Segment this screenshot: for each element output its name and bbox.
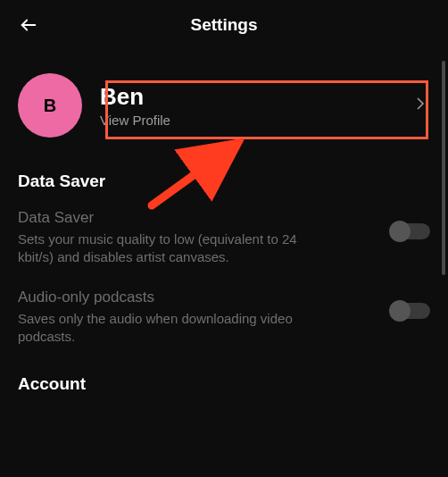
- profile-name: Ben: [100, 83, 430, 111]
- setting-title: Data Saver: [18, 209, 377, 227]
- profile-row[interactable]: B Ben View Profile: [0, 46, 448, 155]
- page-title: Settings: [191, 15, 258, 35]
- back-icon[interactable]: [18, 14, 39, 36]
- toggle-audio-only-podcasts[interactable]: [391, 303, 430, 319]
- section-heading-data-saver: Data Saver: [0, 155, 448, 200]
- toggle-data-saver[interactable]: [391, 223, 430, 239]
- scrollbar[interactable]: [442, 61, 445, 275]
- chevron-right-icon: [416, 97, 425, 113]
- setting-data-saver[interactable]: Data Saver Sets your music quality to lo…: [0, 200, 448, 280]
- setting-title: Audio-only podcasts: [18, 289, 377, 306]
- setting-audio-only-podcasts[interactable]: Audio-only podcasts Saves only the audio…: [0, 280, 448, 359]
- profile-subtitle: View Profile: [100, 113, 430, 128]
- section-heading-account: Account: [0, 358, 448, 403]
- setting-desc: Sets your music quality to low (equivale…: [18, 230, 330, 267]
- setting-desc: Saves only the audio when downloading vi…: [18, 310, 330, 347]
- avatar: B: [18, 73, 82, 138]
